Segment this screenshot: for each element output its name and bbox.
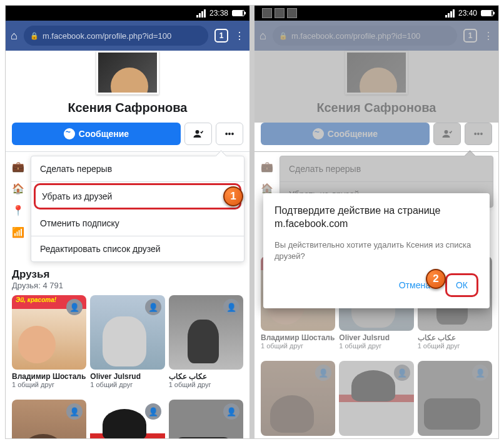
tab-count[interactable]: 1 <box>214 29 228 43</box>
browser-menu-icon[interactable]: ⋮ <box>234 30 244 42</box>
dialog-actions: Отмена ОК 2 <box>275 273 478 297</box>
add-friend-icon[interactable]: 👤 <box>145 403 161 420</box>
status-time: 23:40 <box>458 9 477 18</box>
profile-name: Ксения Сафронова <box>255 101 498 115</box>
dialog-title: Подтвердите действие на странице m.faceb… <box>275 204 478 231</box>
add-friend-icon[interactable]: 👤 <box>315 365 331 381</box>
battery-icon <box>232 10 244 16</box>
home-icon[interactable]: ⌂ <box>11 29 18 43</box>
browser-bar: ⌂ 🔒 m.facebook.com/profile.php?id=100 1 … <box>6 21 249 51</box>
status-bar: 23:40 <box>255 6 498 21</box>
pin-icon: 📍 <box>12 204 24 216</box>
home-icon[interactable]: ⌂ <box>260 29 266 43</box>
profile-picture[interactable] <box>96 51 159 94</box>
friends-grid: Эй, красота! 👤 Владимир Шосталь 1 общий … <box>12 295 243 388</box>
friend-card[interactable]: 👤 عكاب عكاب 1 общий друг <box>169 295 243 388</box>
url-text: m.facebook.com/profile.php?id=100 <box>43 31 171 41</box>
messenger-icon <box>64 128 75 139</box>
status-bar: 23:38 <box>6 6 249 21</box>
status-app-icons <box>262 8 297 18</box>
signal-icon <box>196 9 206 18</box>
profile-header: Ксения Сафронова <box>255 51 498 123</box>
add-friend-icon[interactable]: 👤 <box>472 365 488 381</box>
friend-mutual: 1 общий друг <box>418 342 492 350</box>
url-bar[interactable]: 🔒 m.facebook.com/profile.php?id=100 <box>273 26 457 46</box>
friend-card[interactable]: 👤 <box>169 400 243 438</box>
briefcase-icon: 💼 <box>12 161 24 173</box>
friend-name: Владимир Шосталь <box>261 333 335 342</box>
signal-icon <box>445 9 455 18</box>
add-friend-icon[interactable]: 👤 <box>394 365 410 381</box>
phone-right: 23:40 ⌂ 🔒 m.facebook.com/profile.php?id=… <box>255 6 498 438</box>
screenshot-pair: 23:38 ⌂ 🔒 m.facebook.com/profile.php?id=… <box>5 5 499 439</box>
lock-icon: 🔒 <box>30 32 39 40</box>
profile-picture[interactable] <box>345 51 408 94</box>
step-badge-2: 2 <box>426 269 446 289</box>
friend-status-button[interactable] <box>184 123 212 145</box>
friend-name: عكاب عكاب <box>169 372 243 381</box>
lock-icon: 🔒 <box>279 32 288 40</box>
profile-name: Ксения Сафронова <box>6 101 249 115</box>
browser-bar: ⌂ 🔒 m.facebook.com/profile.php?id=100 1 … <box>255 21 498 51</box>
confirm-dialog: Подтвердите действие на странице m.faceb… <box>263 193 490 308</box>
status-time: 23:38 <box>209 9 228 18</box>
friend-card[interactable]: 👤 <box>418 361 492 435</box>
messenger-icon <box>313 128 324 139</box>
notif-icon <box>262 8 272 18</box>
friend-name: عكاب عكاب <box>418 333 492 342</box>
house-icon: 🏠 <box>12 183 24 194</box>
dropdown-unfriend[interactable]: Убрать из друзей 1 <box>34 183 241 209</box>
tab-count[interactable]: 1 <box>463 29 477 43</box>
url-bar[interactable]: 🔒 m.facebook.com/profile.php?id=100 <box>24 26 208 46</box>
step-badge-1: 1 <box>223 186 243 206</box>
friends-title: Друзья <box>12 268 243 281</box>
friend-name: Владимир Шосталь <box>12 372 86 381</box>
friend-mutual: 1 общий друг <box>339 342 413 350</box>
svg-point-1 <box>445 130 448 134</box>
friend-mutual: 1 общий друг <box>169 381 243 388</box>
friend-card[interactable]: 👤 <box>90 400 164 438</box>
message-button[interactable]: Сообщение <box>261 123 430 145</box>
rss-icon: 📶 <box>12 226 24 238</box>
briefcase-icon: 💼 <box>261 161 273 173</box>
action-bar: Сообщение ••• <box>6 123 249 152</box>
message-label: Сообщение <box>328 129 378 139</box>
message-label: Сообщение <box>79 129 129 139</box>
friend-dropdown: Сделать перерыв Убрать из друзей 1 Отмен… <box>31 156 244 262</box>
browser-menu-icon[interactable]: ⋮ <box>483 30 493 42</box>
notif-icon <box>275 8 285 18</box>
friend-card[interactable]: 👤 <box>339 361 413 435</box>
friend-name: Oliver Julsrud <box>339 333 413 342</box>
friend-card[interactable]: 👤 <box>261 361 335 435</box>
friend-card[interactable]: 👤 <box>12 400 86 438</box>
add-friend-icon[interactable]: 👤 <box>223 299 239 315</box>
dropdown-take-break[interactable]: Сделать перерыв <box>280 156 493 182</box>
friend-mutual: 1 общий друг <box>90 381 164 388</box>
friends-count: Друзья: 4 791 <box>12 281 243 290</box>
more-button[interactable]: ••• <box>465 123 492 145</box>
notif-icon <box>287 8 297 18</box>
side-icons: 💼 🏠 📍 📶 <box>6 152 31 268</box>
action-bar: Сообщение ••• <box>255 123 498 152</box>
profile-header: Ксения Сафронова <box>6 51 249 123</box>
message-button[interactable]: Сообщение <box>12 123 181 145</box>
svg-point-0 <box>196 130 199 134</box>
battery-icon <box>481 10 493 16</box>
dropdown-unfollow[interactable]: Отменить подписку <box>31 211 244 236</box>
dialog-ok-button[interactable]: ОК 2 <box>445 273 478 297</box>
friends-row-2: 👤 👤 👤 <box>6 400 249 438</box>
friend-status-button[interactable] <box>433 123 461 145</box>
dropdown-edit-list[interactable]: Редактировать список друзей <box>31 236 244 261</box>
friend-name: Oliver Julsrud <box>90 372 164 381</box>
friend-mutual: 1 общий друг <box>261 342 335 350</box>
more-button[interactable]: ••• <box>216 123 243 145</box>
friends-section: Друзья Друзья: 4 791 Эй, красота! 👤 Влад… <box>6 268 249 395</box>
profile-body: 💼 🏠 📍 📶 Сделать перерыв Убрать из друзей… <box>6 152 249 268</box>
dropdown-take-break[interactable]: Сделать перерыв <box>31 156 244 182</box>
url-text: m.facebook.com/profile.php?id=100 <box>291 31 420 41</box>
friend-mutual: 1 общий друг <box>12 381 86 388</box>
dialog-message: Вы действительно хотите удалить Ксения и… <box>275 240 478 262</box>
friend-card[interactable]: Эй, красота! 👤 Владимир Шосталь 1 общий … <box>12 295 86 388</box>
friend-card[interactable]: 👤 Oliver Julsrud 1 общий друг <box>90 295 164 388</box>
add-friend-icon[interactable]: 👤 <box>145 299 161 315</box>
